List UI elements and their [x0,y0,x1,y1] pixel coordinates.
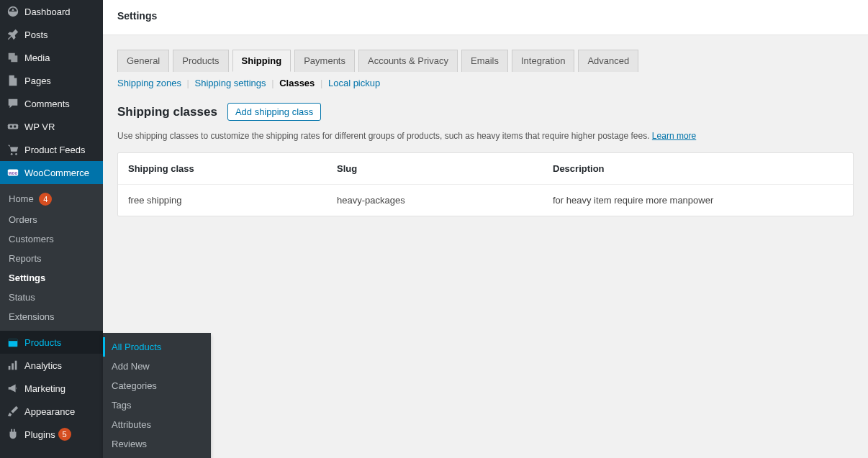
svg-rect-10 [12,363,14,370]
svg-rect-8 [9,339,18,342]
flyout-categories[interactable]: Categories [103,376,211,395]
menu-label: Marketing [24,383,65,394]
submenu-home[interactable]: Home 4 [0,188,103,210]
menu-dashboard[interactable]: Dashboard [0,0,103,23]
tab-accounts[interactable]: Accounts & Privacy [358,50,458,72]
table-row[interactable]: free shipping heavy-packages for heavy i… [118,185,853,216]
submenu-label: Reports [9,253,42,264]
comment-icon [6,97,20,110]
menu-label: Pages [24,75,51,86]
menu-label: Posts [24,29,48,40]
menu-label: Media [24,52,50,63]
menu-pages[interactable]: Pages [0,69,103,92]
menu-appearance[interactable]: Appearance [0,400,103,423]
flyout-label: Add New [112,361,150,372]
menu-marketing[interactable]: Marketing [0,377,103,400]
subtab-local-pickup[interactable]: Local pickup [328,78,380,88]
submenu-label: Settings [9,272,45,283]
menu-posts[interactable]: Posts [0,23,103,46]
table-header-row: Shipping class Slug Description [118,153,853,185]
svg-text:woo: woo [8,170,18,175]
settings-tabs: General Products Shipping Payments Accou… [117,50,854,72]
flyout-all-products[interactable]: All Products [103,337,211,357]
menu-plugins[interactable]: Plugins 5 [0,423,103,446]
submenu-label: Extensions [9,311,55,322]
submenu-extensions[interactable]: Extensions [0,307,103,326]
menu-analytics[interactable]: Analytics [0,354,103,377]
submenu-label: Status [9,292,35,303]
subtab-shipping-settings[interactable]: Shipping settings [195,78,266,88]
tab-general[interactable]: General [117,50,169,72]
menu-wpvr[interactable]: WP VR [0,115,103,138]
cart-icon [6,143,20,156]
submenu-reports[interactable]: Reports [0,249,103,268]
svg-rect-0 [8,124,18,129]
menu-label: Analytics [24,360,62,371]
arrow-indicator-icon [103,167,109,178]
menu-comments[interactable]: Comments [0,92,103,115]
add-shipping-class-button[interactable]: Add shipping class [227,103,321,121]
tab-emails[interactable]: Emails [461,50,508,72]
svg-point-2 [14,125,17,128]
submenu-settings[interactable]: Settings [0,268,103,288]
tab-shipping[interactable]: Shipping [232,50,291,72]
learn-more-link[interactable]: Learn more [652,131,696,141]
flyout-attributes[interactable]: Attributes [103,415,211,434]
flyout-reviews[interactable]: Reviews [103,434,211,454]
menu-label: WP VR [24,122,55,132]
section-description: Use shipping classes to customize the sh… [117,131,854,141]
menu-products[interactable]: Products [0,331,103,354]
separator: | [271,78,276,88]
section-heading: Shipping classes Add shipping class [117,103,854,121]
tab-advanced[interactable]: Advanced [578,50,638,72]
separator: | [187,78,192,88]
count-badge: 5 [58,428,71,441]
flyout-tags[interactable]: Tags [103,395,211,415]
tab-products[interactable]: Products [173,50,228,72]
submenu-label: Home [9,193,34,204]
dashboard-icon [6,5,20,18]
menu-label: Comments [24,99,70,109]
analytics-icon [6,359,20,372]
svg-point-4 [15,153,17,155]
menu-label: Dashboard [24,6,71,17]
submenu-customers[interactable]: Customers [0,229,103,249]
page-title-bar: Settings [103,0,868,35]
svg-rect-9 [9,366,11,370]
count-badge: 4 [39,193,52,206]
header-description: Description [553,163,843,174]
page-icon [6,74,20,87]
menu-media[interactable]: Media [0,46,103,69]
menu-label: Appearance [24,406,75,417]
flyout-label: Reviews [112,439,147,449]
submenu-status[interactable]: Status [0,288,103,307]
pin-icon [6,28,20,41]
subtab-shipping-zones[interactable]: Shipping zones [117,78,181,88]
tab-integration[interactable]: Integration [512,50,574,72]
svg-point-3 [11,153,13,155]
submenu-label: Customers [9,234,54,244]
tab-payments[interactable]: Payments [294,50,355,72]
menu-label: Product Feeds [24,145,86,155]
megaphone-icon [6,382,20,395]
flyout-label: Categories [112,380,157,391]
section-title: Shipping classes [117,105,217,119]
flyout-label: All Products [112,342,161,352]
flyout-add-new[interactable]: Add New [103,357,211,376]
header-slug: Slug [337,163,553,174]
cell-shipping-class: free shipping [128,195,337,206]
shipping-classes-table: Shipping class Slug Description free shi… [117,152,854,216]
woo-icon: woo [6,166,20,179]
submenu-label: Orders [9,214,37,225]
subtab-classes[interactable]: Classes [279,78,315,88]
media-icon [6,51,20,64]
plug-icon [6,428,20,441]
svg-rect-11 [15,361,17,370]
menu-product-feeds[interactable]: Product Feeds [0,138,103,161]
menu-label: Plugins [24,429,55,440]
separator: | [320,78,325,88]
admin-sidebar: Dashboard Posts Media Pages Comments WP … [0,0,103,458]
submenu-orders[interactable]: Orders [0,210,103,229]
woocommerce-submenu: Home 4 Orders Customers Reports Settings… [0,184,103,331]
menu-woocommerce[interactable]: woo WooCommerce [0,161,103,184]
